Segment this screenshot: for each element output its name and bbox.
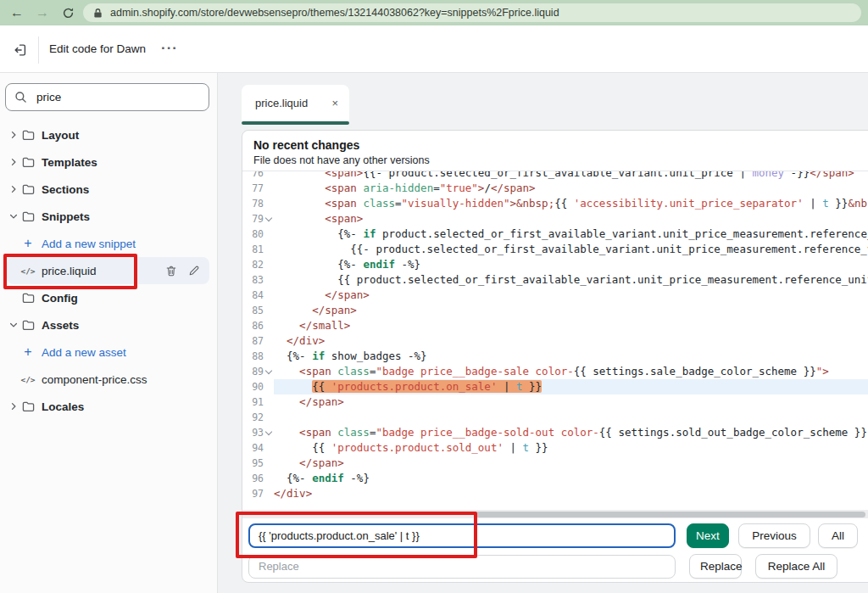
gutter-line-86: 86 [242, 318, 274, 333]
chevron-right-icon[interactable] [7, 401, 19, 411]
fold-spacer [264, 410, 274, 425]
find-previous-button[interactable]: Previous [738, 523, 810, 548]
find-all-button[interactable]: All [818, 523, 858, 548]
line-number: 90 [252, 381, 264, 393]
notice-subtitle: File does not have any other versions [253, 154, 865, 166]
code-line-91: </span> [274, 394, 868, 410]
find-input[interactable] [248, 523, 676, 548]
file-search-box[interactable] [5, 83, 209, 111]
search-input[interactable] [35, 90, 200, 104]
code-line-94: {{ 'products.product.sold_out' | t }} [274, 440, 868, 456]
folder-icon [20, 319, 36, 332]
folder-config[interactable]: Config [7, 284, 209, 311]
gutter-line-78: 78 [242, 196, 274, 211]
chevron-right-icon[interactable] [7, 130, 19, 140]
exit-editor-button[interactable] [10, 40, 31, 60]
folder-snippets[interactable]: Snippets [7, 203, 209, 230]
back-icon[interactable]: ← [7, 3, 27, 23]
find-next-button[interactable]: Next [687, 523, 729, 548]
item-label: Add a new asset [42, 346, 126, 359]
line-number: 91 [252, 396, 264, 408]
tab-price-liquid[interactable]: price.liquid × [242, 85, 349, 125]
fold-toggle-icon[interactable] [264, 425, 274, 440]
folder-locales[interactable]: Locales [7, 393, 209, 420]
code-line-83: {{ product.selected_or_first_available_v… [274, 272, 868, 288]
folder-sections[interactable]: Sections [7, 176, 209, 203]
folder-icon [20, 129, 36, 142]
reload-icon[interactable] [58, 3, 78, 23]
forward-icon[interactable]: → [32, 3, 53, 23]
chevron-down-icon[interactable] [7, 211, 19, 221]
code-gutter: 7677787980818283848586878889909192939495… [242, 171, 274, 510]
header-divider [38, 36, 39, 64]
file-price-liquid[interactable]: </>price.liquid [7, 257, 209, 284]
code-line-87: </div> [274, 333, 868, 349]
folder-templates[interactable]: Templates [7, 148, 209, 176]
code-line-88: {%- if show_badges -%} [274, 349, 868, 364]
fold-spacer [264, 379, 274, 394]
fold-spacer [264, 181, 274, 196]
fold-spacer [264, 456, 274, 471]
code-line-96: {%- endif -%} [274, 471, 868, 486]
tab-close-icon[interactable]: × [331, 97, 338, 109]
fold-spacer [264, 440, 274, 456]
screenshot-root: ← → admin.shopify.com/store/devwebsensep… [0, 0, 868, 593]
search-match-highlight: {{ 'products.product.on_sale' | t }} [312, 380, 542, 393]
replace-all-button[interactable]: Replace All [755, 554, 837, 579]
folder-layout[interactable]: Layout [7, 121, 209, 148]
file-row-actions [165, 265, 209, 277]
line-number: 83 [252, 274, 264, 286]
folder-icon [20, 183, 36, 196]
action-add-a-new-snippet[interactable]: +Add a new snippet [7, 230, 209, 257]
line-number: 84 [252, 289, 264, 301]
replace-row: Replace Replace All [248, 554, 867, 579]
item-label: Assets [42, 319, 79, 332]
delete-file-button[interactable] [165, 265, 177, 277]
chevron-down-icon[interactable] [7, 320, 19, 330]
code-line-95: </span> [274, 456, 868, 471]
rename-file-button[interactable] [188, 265, 200, 277]
scrollbar-thumb[interactable] [476, 512, 865, 517]
item-label: Sections [42, 183, 89, 196]
gutter-line-85: 85 [242, 303, 274, 318]
fold-spacer [264, 333, 274, 349]
line-number: 82 [252, 259, 264, 271]
app-header: Edit code for Dawn ··· [0, 25, 868, 73]
line-number: 93 [252, 427, 264, 439]
action-add-a-new-asset[interactable]: +Add a new asset [7, 338, 209, 366]
code-line-78: <span class="visually-hidden">&nbsp;{{ '… [274, 196, 868, 211]
code-editor[interactable]: 7677787980818283848586878889909192939495… [242, 171, 868, 510]
folder-icon [20, 400, 36, 413]
replace-button[interactable]: Replace [689, 554, 742, 579]
item-label: Layout [42, 129, 79, 142]
fold-spacer [264, 257, 274, 272]
code-line-86: </small> [274, 318, 868, 333]
replace-input[interactable] [248, 555, 676, 579]
fold-toggle-icon[interactable] [264, 211, 274, 227]
fold-spacer [264, 242, 274, 257]
code-line-93: <span class="badge price__badge-sold-out… [274, 425, 868, 440]
item-label: Templates [42, 156, 97, 169]
chevron-right-icon[interactable] [7, 157, 19, 167]
line-number: 79 [252, 213, 264, 225]
gutter-line-80: 80 [242, 227, 274, 242]
gutter-line-88: 88 [242, 349, 274, 364]
code-lines: <span>{{- product.selected_or_first_avai… [274, 171, 868, 510]
gutter-line-91: 91 [242, 394, 274, 410]
gutter-line-83: 83 [242, 272, 274, 288]
folder-assets[interactable]: Assets [7, 311, 209, 338]
find-replace-bar: Next Previous All Replace Replace All [242, 518, 868, 583]
more-actions-button[interactable]: ··· [156, 37, 178, 59]
version-notice: No recent changes File does not have any… [242, 131, 868, 171]
chevron-right-icon[interactable] [7, 184, 19, 194]
folder-icon [20, 210, 36, 223]
code-line-82: {%- endif -%} [274, 257, 868, 272]
fold-toggle-icon[interactable] [264, 364, 274, 379]
address-bar[interactable]: admin.shopify.com/store/devwebsensepro/t… [83, 3, 861, 22]
line-number: 81 [252, 243, 264, 255]
file-component-price-css[interactable]: </>component-price.css [7, 366, 209, 393]
code-line-92 [274, 410, 868, 425]
item-label: Snippets [42, 210, 90, 223]
item-label: component-price.css [42, 373, 147, 386]
fold-spacer [264, 288, 274, 303]
